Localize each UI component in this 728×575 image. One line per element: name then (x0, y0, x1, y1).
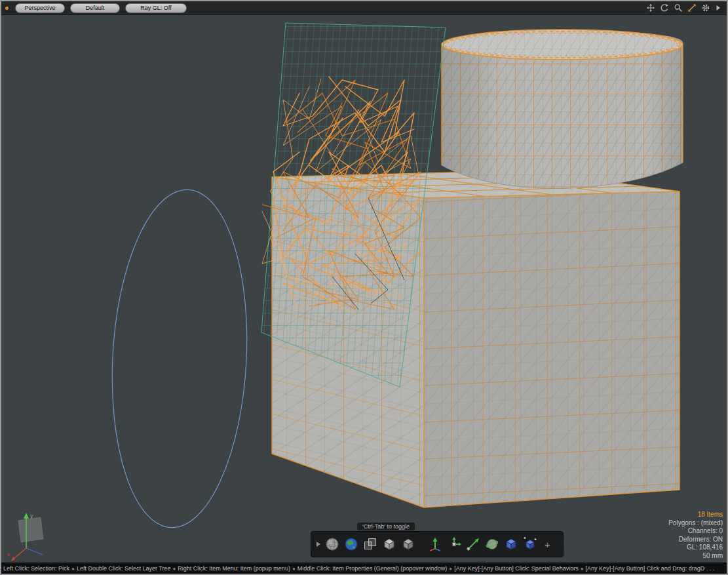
viewport-3d[interactable] (1, 1, 728, 575)
y-axis-arrow (24, 513, 29, 519)
cube-icon[interactable] (381, 536, 398, 553)
deformers-stat: Deformers: ON (668, 536, 723, 544)
status-segment: Left Double Click: Select Layer Tree (77, 565, 171, 572)
pie-switcher-toolbar: + (311, 531, 564, 557)
modo-viewport-window: Perspective Default Ray GL: Off (0, 0, 728, 575)
active-viewport-dot (5, 7, 9, 10)
pan-icon[interactable] (646, 3, 655, 12)
axis-gizmo: y x (7, 507, 66, 568)
y-axis-label: y (30, 513, 33, 519)
view-type-button[interactable]: Perspective (15, 3, 65, 13)
cylinder-mesh-item[interactable] (442, 30, 683, 188)
sphere-primitive-icon[interactable] (324, 536, 341, 553)
focal-length-stat: 50 mm (668, 552, 723, 561)
sculpt-cube-icon[interactable] (522, 536, 539, 553)
add-tool-button[interactable]: + (545, 540, 550, 549)
earth-icon[interactable] (343, 536, 360, 553)
bullet-separator: ● (292, 566, 296, 572)
rotate-tool-icon[interactable] (484, 536, 501, 553)
gear-icon[interactable] (701, 3, 710, 12)
status-segment: Left Click: Selection: Pick (3, 565, 69, 572)
toolbar-expand-icon[interactable] (315, 536, 322, 553)
channels-stat: Channels: 0 (668, 527, 723, 536)
maximize-icon[interactable] (687, 3, 697, 12)
bullet-separator: ● (172, 566, 176, 572)
gl-stat: GL: 108,416 (668, 544, 723, 552)
scale-tool-icon[interactable] (446, 536, 463, 553)
zoom-icon[interactable] (674, 3, 683, 12)
drag-tool-icon[interactable] (465, 536, 482, 553)
x-axis-arrow (11, 557, 15, 561)
shading-style-button[interactable]: Default (70, 3, 120, 13)
status-segment: [Any Key]-[Any Button] Click: Special Be… (454, 565, 579, 572)
status-segment: Right Click: Item Menu: Item (popup menu… (178, 565, 290, 572)
move-tool-icon[interactable] (427, 536, 444, 553)
raygl-button[interactable]: Ray GL: Off (125, 3, 187, 13)
status-segment: [Any Key]-[Any Button] Click and Drag: d… (586, 565, 715, 572)
workplane-square (18, 517, 43, 542)
ctrl-tab-tooltip: 'Ctrl-Tab' to toggle (357, 523, 415, 530)
items-count: 18 Items (668, 511, 723, 519)
z-axis (26, 548, 43, 555)
status-bar: Left Click: Selection: Pick●Left Double … (1, 563, 727, 574)
ghost-cubes-icon[interactable] (362, 536, 379, 553)
viewport-stats: 18 Items Polygons : (mixed) Channels: 0 … (668, 511, 723, 560)
flyout-arrow-icon[interactable] (715, 3, 721, 12)
cube-dark-icon[interactable] (400, 536, 417, 553)
orbit-icon[interactable] (660, 3, 669, 12)
x-axis (13, 548, 26, 559)
status-segment: Middle Click: Item Properties (General) … (297, 565, 448, 572)
bullet-separator: ● (449, 566, 452, 572)
polygons-stat: Polygons : (mixed) (668, 519, 723, 528)
bullet-separator: ● (581, 566, 584, 572)
falloff-cube-icon[interactable] (503, 536, 520, 553)
x-axis-label: x (7, 551, 10, 557)
viewport-header: Perspective Default Ray GL: Off (1, 1, 727, 15)
bullet-separator: ● (71, 566, 75, 572)
